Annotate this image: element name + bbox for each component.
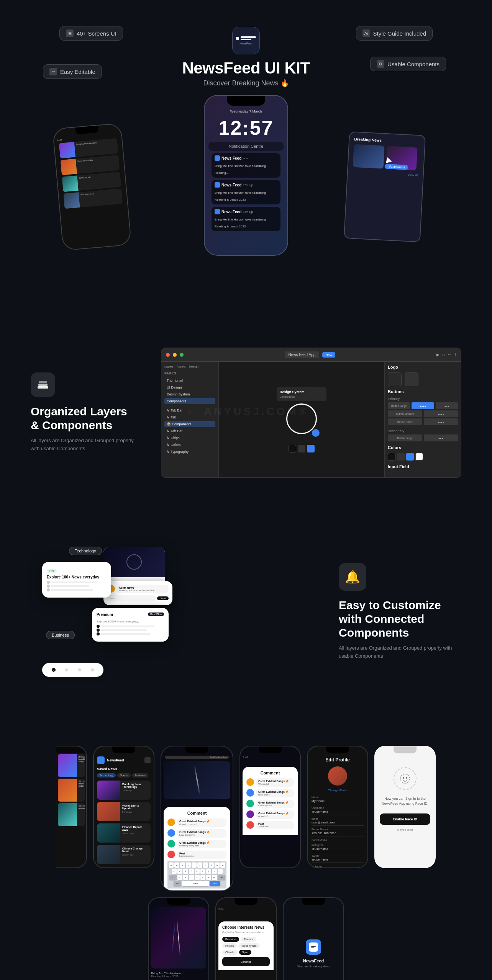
section-components-right: 🔔 Easy to Customize with Connected Compo… <box>339 563 461 660</box>
figma-layer-tab[interactable]: ↳ Tab <box>164 414 215 420</box>
phone-mock-right: Breaking News View All nifqiarkaanui <box>344 131 426 242</box>
figma-page-components[interactable]: Components <box>164 398 215 404</box>
phone-edit-profile: Edit Profile Change Photo NameMy Name Us… <box>307 746 368 868</box>
figma-layer-tab-bar2[interactable]: ↳ Tab Bar <box>164 428 215 434</box>
ss-tag-tech[interactable]: Technology <box>97 773 116 777</box>
btn-sm-2[interactable]: ●●●● <box>424 418 458 425</box>
figma-tool-text[interactable]: T <box>454 353 456 357</box>
profile-phone: +90 501 100 5010 <box>312 831 364 836</box>
tag-business[interactable]: Business <box>222 937 239 942</box>
btn-med-2[interactable]: ●●●● <box>424 410 458 417</box>
ss-news-card-3: Finance Report 2023 10 min ago <box>97 823 151 843</box>
component-cards: Technology Bring Me The Horizon talk hea… <box>31 539 316 684</box>
tag-technology: Technology <box>69 547 102 555</box>
usable-icon: ⚙ <box>377 60 384 68</box>
figma-prop-buttons: Buttons <box>388 389 458 394</box>
tag-world[interactable]: World Affairs <box>238 943 259 948</box>
components-desc: All layers are Organized and Grouped pro… <box>339 644 461 660</box>
figma-tool-frame[interactable]: □ <box>443 353 445 357</box>
figma-primary-section: Primary Button Large ●●●● ●●● Button Med… <box>388 397 458 425</box>
phone-discover: NewsFeed Discover Breaking News <box>283 897 344 980</box>
btn-medium-primary[interactable]: Button Medium <box>388 410 422 417</box>
figma-canvas: Design System Components <box>219 362 384 477</box>
app-icon: NewsFeed <box>232 27 260 54</box>
figma-tab-design[interactable]: Design <box>189 365 198 368</box>
discover-logo <box>306 939 321 955</box>
tag-climate[interactable]: Climate <box>222 950 238 955</box>
phone-mock-center: Wednesday 7 March 12:57 Notification Cen… <box>204 95 288 256</box>
figma-layer-typography[interactable]: ↳ Typography <box>164 449 215 455</box>
phone-notch-1 <box>112 746 135 753</box>
nav-saved[interactable] <box>78 668 81 671</box>
send-key[interactable]: Send <box>210 881 220 886</box>
ss-tag-business[interactable]: Business <box>132 773 148 777</box>
faceid-icon <box>394 767 417 790</box>
nav-home[interactable]: ⌂ <box>52 668 56 672</box>
phone-comment-2: 9:41 Comment Great Evident Songs 🔥Wonder… <box>239 746 301 868</box>
layers-desc: All layers are Organized and Grouped pro… <box>31 437 138 453</box>
figma-page-thumbnail[interactable]: Thumbnail <box>164 377 215 384</box>
nav-search[interactable] <box>65 668 68 671</box>
ss-notif-icon[interactable] <box>144 757 151 763</box>
phones-container: 9:41 Breaking News headline World News t… <box>0 95 492 225</box>
tag-business: Business <box>46 631 75 639</box>
color-black <box>388 453 395 461</box>
phone-concert: Bring Me The Horizon Reading & Leeds 202… <box>148 897 209 980</box>
section-screenshots: Breaking headline story World news today… <box>0 730 492 980</box>
profile-content: Edit Profile Change Photo NameMy Name Us… <box>308 753 367 868</box>
change-photo-btn[interactable]: Change Photo <box>312 789 364 792</box>
faceid-content: Now you can Sign In to the NewsFeed App … <box>375 753 435 838</box>
interests-modal: Choose Interests News Get better News re… <box>218 921 274 970</box>
btn-large-active[interactable]: ●●●● <box>412 402 434 409</box>
phone-mock-left: 9:41 Breaking News headline World News t… <box>52 123 131 251</box>
layers-icon-box <box>31 372 55 397</box>
discover-tagline: Discover Breaking News <box>287 965 339 968</box>
figma-layer-tab-bar[interactable]: ↳ Tab Bar <box>164 407 215 413</box>
phone-notch-6 <box>235 898 257 905</box>
figma-sidebar: Layers Assets Design Pages Thumbnail UI … <box>161 362 219 477</box>
phone-notch-5 <box>167 898 190 905</box>
hero-section: ⊞ 40+ Screens UI Ai Style Guide Included… <box>0 0 492 240</box>
btn-lg-2[interactable]: ●●● <box>436 402 458 409</box>
figma-body: Layers Assets Design Pages Thumbnail UI … <box>161 362 461 477</box>
btn-small-primary[interactable]: Button Small <box>388 418 422 425</box>
figma-tool-pen[interactable]: ✏ <box>448 353 451 357</box>
ss-tag-sports[interactable]: Sports <box>117 773 130 777</box>
figma-mockup: News Feed App New ▶ □ ✏ T Layers Assets <box>161 348 461 478</box>
enable-faceid-btn[interactable]: Enable Face ID <box>380 813 430 825</box>
phone-partial-left: Breaking headline story World news today… <box>56 746 87 868</box>
tag-finance[interactable]: Finance <box>241 937 256 942</box>
interests-tags: Business Finance Politics World Affairs … <box>222 937 270 955</box>
faceid-desc: Now you can Sign In to the NewsFeed App … <box>380 796 430 806</box>
figma-page-design-system[interactable]: Design System <box>164 391 215 397</box>
figma-tab-layers[interactable]: Layers <box>164 365 174 368</box>
comment-modal-2: Comment Great Evident Songs 🔥Wonderful! … <box>243 767 298 835</box>
figma-layer-chips[interactable]: ↳ Chips <box>164 435 215 441</box>
figma-page-uidesign[interactable]: UI Design <box>164 384 215 390</box>
color-white <box>415 453 423 461</box>
tag-sport[interactable]: Sport <box>239 950 252 955</box>
maybe-later-btn[interactable]: Maybe later <box>380 828 430 831</box>
section-organized-layers: Organized Layers & Components All layers… <box>0 325 492 501</box>
btn-lg-sec2[interactable]: ●●● <box>424 434 458 441</box>
card-free: Free Explore 100+ News everyday <box>42 562 111 598</box>
section-layers-left: Organized Layers & Components All layers… <box>31 372 138 453</box>
figma-tool-select[interactable]: ▶ <box>436 353 440 357</box>
figma-tab-assets[interactable]: Assets <box>177 365 186 368</box>
layers-heading: Organized Layers & Components <box>31 405 138 432</box>
figma-layer-components[interactable]: 📦 Components <box>164 421 215 427</box>
badge-style: Ai Style Guide Included <box>356 26 433 41</box>
figma-layer-colors[interactable]: ↳ Colors <box>164 442 215 448</box>
figma-properties: Logo Buttons Primary Button Large ●●●● ●… <box>384 362 461 477</box>
nav-profile[interactable] <box>91 668 94 671</box>
ss-saved-label: Saved News <box>97 767 151 771</box>
btn-large-primary[interactable]: Button Large <box>388 402 410 409</box>
figma-min-dot <box>173 353 177 357</box>
profile-email: user@email.com <box>312 821 364 826</box>
profile-name: My Name <box>312 799 364 804</box>
discover-appname: NewsFeed <box>287 959 339 963</box>
tag-politics[interactable]: Politics <box>222 943 237 948</box>
discover-content: NewsFeed Discover Breaking News <box>284 905 343 972</box>
screenshots-grid-bottom: Bring Me The Horizon Reading & Leeds 202… <box>15 897 477 980</box>
btn-large-sec[interactable]: Button Large <box>388 434 422 441</box>
